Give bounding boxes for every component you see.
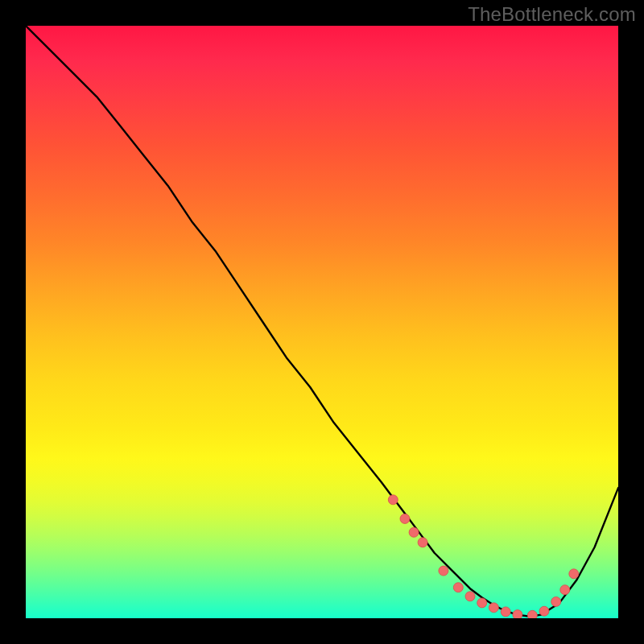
marker-point — [453, 583, 463, 592]
plot-area — [26, 26, 618, 618]
watermark-text: TheBottleneck.com — [468, 3, 636, 26]
marker-point — [477, 598, 487, 608]
marker-point — [388, 495, 398, 505]
marker-group — [388, 495, 579, 618]
marker-point — [489, 603, 498, 613]
marker-point — [465, 592, 475, 601]
chart-frame: TheBottleneck.com — [0, 0, 644, 644]
marker-point — [501, 607, 510, 617]
bottleneck-curve — [26, 26, 618, 617]
marker-point — [409, 527, 419, 537]
marker-point — [400, 514, 410, 523]
marker-point — [539, 606, 549, 616]
marker-point — [551, 597, 561, 606]
marker-point — [439, 566, 448, 576]
marker-point — [527, 610, 537, 618]
marker-point — [560, 585, 570, 595]
marker-point — [418, 538, 427, 547]
marker-point — [513, 610, 522, 618]
curve-layer — [26, 26, 618, 618]
marker-point — [569, 569, 579, 579]
